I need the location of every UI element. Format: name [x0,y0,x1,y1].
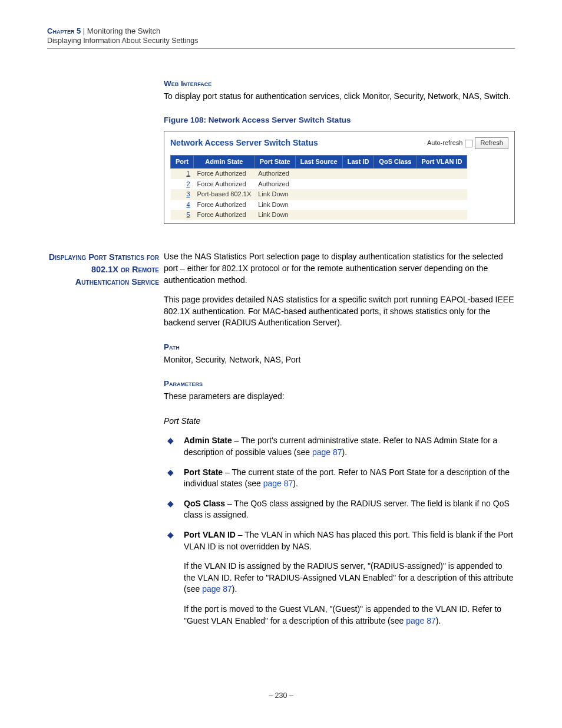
page-link[interactable]: page 87 [202,584,232,594]
col-admin-state: Admin State [194,155,255,168]
cell-state: Link Down [254,189,295,199]
table-header-row: Port Admin State Port State Last Source … [171,155,467,168]
port-link[interactable]: 5 [171,210,194,220]
col-port-vlan-id: Port VLAN ID [416,155,467,168]
path-text: Monitor, Security, Network, NAS, Port [164,354,515,366]
cell-qos [374,179,416,189]
port-link[interactable]: 2 [171,179,194,189]
col-last-source: Last Source [295,155,342,168]
bullet-port-vlan-id: ◆ Port VLAN ID – The VLAN in which NAS h… [164,529,515,627]
cell-admin: Force Authorized [194,169,255,179]
page-header: Chapter 5 | Monitoring the Switch [47,27,515,35]
cell-ls [295,210,342,220]
col-port-state: Port State [254,155,295,168]
text-end: ). [232,584,237,594]
cell-state: Link Down [254,210,295,220]
parameters-heading: Parameters [164,378,515,390]
cell-lid [342,189,374,199]
text: – The QoS class assigned by the RADIUS s… [184,499,510,520]
port-link[interactable]: 4 [171,200,194,210]
term-port-state: Port State [184,467,223,477]
web-interface-heading: Web Interface [164,78,515,90]
col-last-id: Last ID [342,155,374,168]
cell-qos [374,189,416,199]
header-title: Monitoring the Switch [87,27,160,35]
section2-p2: This page provides detailed NAS statisti… [164,294,515,329]
bullet-qos-class: ◆ QoS Class – The QoS class assigned by … [164,498,515,521]
header-rule [47,48,515,49]
section-side-heading: Displaying Port Statistics for 802.1X or… [47,251,159,288]
cell-state: Link Down [254,200,295,210]
cell-pvid [416,179,467,189]
web-interface-text: To display port status for authenticatio… [164,91,515,103]
cell-admin: Force Authorized [194,200,255,210]
cell-ls [295,179,342,189]
page-number: – 230 – [0,691,562,700]
screenshot-title: Network Access Server Switch Status [170,137,318,149]
parameters-text: These parameters are displayed: [164,391,515,403]
cell-pvid [416,169,467,179]
section2-p1: Use the NAS Statistics Port selection pa… [164,251,515,286]
cell-qos [374,200,416,210]
table-row: 2 Force Authorized Authorized [171,179,467,189]
page-link[interactable]: page 87 [263,479,293,488]
cell-lid [342,210,374,220]
cell-ls [295,169,342,179]
port-link[interactable]: 1 [171,169,194,179]
col-port: Port [171,155,194,168]
table-row: 1 Force Authorized Authorized [171,169,467,179]
nas-status-table: Port Admin State Port State Last Source … [170,155,467,220]
port-link[interactable]: 3 [171,189,194,199]
cell-lid [342,200,374,210]
text-end: ). [342,447,348,457]
cell-admin: Force Authorized [194,210,255,220]
bullet-port-state: ◆ Port State – The current state of the … [164,467,515,490]
port-state-subhead: Port State [164,416,515,427]
chapter-label: Chapter 5 [47,27,81,35]
text: If the port is moved to the Guest VLAN, … [184,604,501,625]
diamond-icon: ◆ [164,498,184,521]
table-row: 4 Force Authorized Link Down [171,200,467,210]
auto-refresh-checkbox[interactable] [465,140,472,147]
cell-pvid [416,189,467,199]
cell-qos [374,210,416,220]
cell-qos [374,169,416,179]
page-link[interactable]: page 87 [312,447,342,457]
cell-admin: Force Authorized [194,179,255,189]
cell-lid [342,169,374,179]
header-subtitle: Displaying Information About Security Se… [47,37,515,45]
table-row: 3 Port-based 802.1X Link Down [171,189,467,199]
cell-admin: Port-based 802.1X [194,189,255,199]
bullet-admin-state: ◆ Admin State – The port's current admin… [164,435,515,458]
diamond-icon: ◆ [164,435,184,458]
cell-lid [342,179,374,189]
cell-ls [295,189,342,199]
text-end: ). [293,479,298,488]
col-qos-class: QoS Class [374,155,416,168]
path-heading: Path [164,342,515,353]
cell-ls [295,200,342,210]
cell-pvid [416,200,467,210]
auto-refresh-label: Auto-refresh [427,139,463,147]
cell-pvid [416,210,467,220]
cell-state: Authorized [254,169,295,179]
cell-state: Authorized [254,179,295,189]
refresh-button[interactable]: Refresh [475,137,508,149]
page-link[interactable]: page 87 [406,616,436,625]
term-port-vlan-id: Port VLAN ID [184,530,236,539]
nas-switch-status-screenshot: Network Access Server Switch Status Auto… [164,131,515,224]
diamond-icon: ◆ [164,467,184,490]
diamond-icon: ◆ [164,529,184,627]
figure-caption: Figure 108: Network Access Server Switch… [164,115,515,126]
term-admin-state: Admin State [184,436,232,445]
header-sep: | [81,27,87,35]
table-row: 5 Force Authorized Link Down [171,210,467,220]
term-qos-class: QoS Class [184,499,225,508]
text-end: ). [436,616,441,625]
text: – The current state of the port. Refer t… [184,467,510,489]
